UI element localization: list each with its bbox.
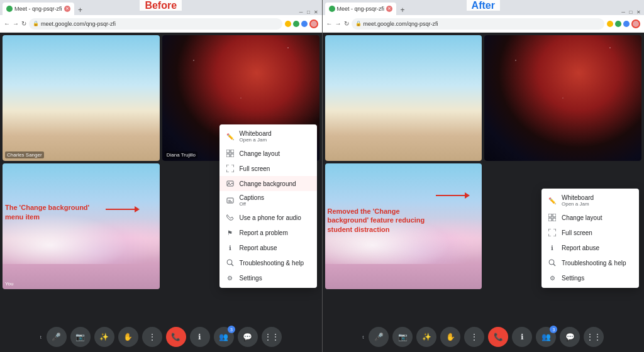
nav-bar-before: ← → ↻ 🔒 meet.google.com/qng-psqr-zfi xyxy=(0,15,322,33)
context-menu-before[interactable]: ✏️ Whiteboard Open a Jam Change layout xyxy=(219,124,317,288)
cam-btn-after[interactable]: 📷 xyxy=(392,327,413,347)
reportproblem-icon-before: ⚑ xyxy=(226,228,235,237)
menu-item-troubleshoot-after[interactable]: Troubleshooting & help xyxy=(541,255,639,270)
back-btn-after[interactable]: ← xyxy=(326,20,333,27)
win-controls-after: ─ □ ✕ xyxy=(620,9,641,15)
end-call-btn-before[interactable]: 📞 xyxy=(166,327,186,347)
cam-btn-before[interactable]: 📷 xyxy=(70,327,91,347)
mic-btn-before[interactable]: 🎤 xyxy=(47,327,67,347)
tab-favicon-before xyxy=(6,6,13,12)
svg-point-9 xyxy=(227,260,232,265)
raise-hand-btn-before[interactable]: ✋ xyxy=(118,327,138,347)
tab-add-before[interactable]: + xyxy=(75,5,86,15)
people-btn-after[interactable]: 👥 3 xyxy=(536,327,556,347)
time-before: t xyxy=(40,334,42,340)
people-btn-before[interactable]: 👥 3 xyxy=(214,327,234,347)
tab-title-after: Meet - qng-psqr-zfi xyxy=(337,6,385,12)
menu-item-captions-text-before: Captions Off xyxy=(240,194,311,207)
activities-btn-before[interactable]: ⋮ xyxy=(142,327,162,347)
svg-line-16 xyxy=(553,264,555,266)
back-btn-before[interactable]: ← xyxy=(4,20,10,27)
menu-item-whiteboard-after[interactable]: ✏️ Whiteboard Open a Jam xyxy=(541,191,639,210)
info-btn-after[interactable]: ℹ xyxy=(512,327,532,347)
menu-item-captions-before[interactable]: Captions Off xyxy=(219,191,317,210)
menu-item-reportabuse-after[interactable]: ℹ Report abuse xyxy=(541,240,639,255)
menu-item-changebg-text-before: Change background xyxy=(240,180,311,187)
chat-btn-after[interactable]: 💬 xyxy=(560,327,580,347)
minimize-after[interactable]: ─ xyxy=(620,9,626,15)
info-btn-before[interactable]: ℹ xyxy=(190,327,210,347)
effects-btn-after[interactable]: ✨ xyxy=(416,327,436,347)
menu-item-fullscreen-before[interactable]: Full screen xyxy=(219,161,317,176)
svg-rect-2 xyxy=(226,154,230,157)
svg-rect-14 xyxy=(553,218,556,221)
effects-btn-before[interactable]: ✨ xyxy=(94,327,114,347)
tab-add-after[interactable]: + xyxy=(397,5,408,15)
svg-line-10 xyxy=(231,264,233,266)
menu-item-whiteboard-before[interactable]: ✏️ Whiteboard Open a Jam xyxy=(219,127,317,146)
url-after: meet.google.com/qng-psqr-zfi xyxy=(364,21,438,27)
svg-rect-12 xyxy=(553,214,556,217)
tab-close-before[interactable]: ✕ xyxy=(64,6,70,12)
apps-btn-after[interactable]: ⋮⋮ xyxy=(584,327,604,347)
refresh-btn-before[interactable]: ↻ xyxy=(21,20,26,27)
menu-item-troubleshoot-before[interactable]: Troubleshooting & help xyxy=(219,255,317,270)
meet-content-before: Charles Sanger Diana Trujillo You xyxy=(0,33,322,322)
nav-icon2-after xyxy=(615,21,621,27)
arrowhead-after xyxy=(465,192,470,199)
menu-item-layout-after[interactable]: Change layout xyxy=(541,210,639,225)
menu-item-troubleshoot-text-before: Troubleshooting & help xyxy=(240,260,311,267)
video-tile-diana-after xyxy=(484,35,641,161)
address-bar-before[interactable]: 🔒 meet.google.com/qng-psqr-zfi xyxy=(29,18,282,30)
tab-favicon-after xyxy=(329,6,335,12)
video-tile-charles-after xyxy=(325,35,482,161)
menu-item-fullscreen-text-before: Full screen xyxy=(240,165,311,172)
maximize-before[interactable]: □ xyxy=(306,9,312,15)
troubleshoot-icon-before xyxy=(226,258,235,267)
close-after[interactable]: ✕ xyxy=(635,9,641,15)
menu-item-layout-text-before: Change layout xyxy=(240,150,311,157)
raise-hand-btn-after[interactable]: ✋ xyxy=(440,327,460,347)
chat-btn-before[interactable]: 💬 xyxy=(238,327,258,347)
nav-icon3-before xyxy=(301,21,308,27)
menu-item-changebg-before[interactable]: Change background xyxy=(219,176,317,191)
svg-rect-11 xyxy=(548,214,552,217)
whiteboard-icon-after: ✏️ xyxy=(548,196,557,205)
forward-btn-before[interactable]: → xyxy=(13,20,19,27)
arrow-after xyxy=(436,195,467,196)
address-bar-after[interactable]: 🔒 meet.google.com/qng-psqr-zfi xyxy=(352,18,605,30)
apps-btn-before[interactable]: ⋮⋮ xyxy=(262,327,282,347)
toolbar-after: t 🎤 📷 ✨ ✋ ⋮ 📞 ℹ 👥 3 💬 ⋮⋮ xyxy=(323,322,645,352)
avatar-after xyxy=(631,19,640,28)
minimize-before[interactable]: ─ xyxy=(298,9,304,15)
maximize-after[interactable]: □ xyxy=(628,9,634,15)
menu-item-settings-after[interactable]: ⚙ Settings xyxy=(541,270,639,285)
meet-content-after: ✏️ Whiteboard Open a Jam Change layout xyxy=(323,33,645,322)
close-before[interactable]: ✕ xyxy=(313,9,319,15)
tab-bar-after: Meet - qng-psqr-zfi ✕ + ─ □ ✕ xyxy=(323,0,645,15)
activities-btn-after[interactable]: ⋮ xyxy=(464,327,484,347)
context-menu-after[interactable]: ✏️ Whiteboard Open a Jam Change layout xyxy=(541,189,639,288)
menu-item-fullscreen-after[interactable]: Full screen xyxy=(541,225,639,240)
menu-item-settings-before[interactable]: ⚙ Settings xyxy=(219,270,317,285)
menu-item-reportabuse-before[interactable]: ℹ Report abuse xyxy=(219,240,317,255)
svg-rect-1 xyxy=(231,150,234,153)
mic-btn-after[interactable]: 🎤 xyxy=(369,327,389,347)
menu-item-settings-text-after: Settings xyxy=(562,275,633,282)
tab-bar-before: Meet - qng-psqr-zfi ✕ + ─ □ ✕ xyxy=(0,0,322,15)
tab-close-after[interactable]: ✕ xyxy=(386,6,392,12)
menu-item-layout-before[interactable]: Change layout xyxy=(219,146,317,161)
menu-item-whiteboard-text-after: Whiteboard Open a Jam xyxy=(562,194,633,207)
refresh-btn-after[interactable]: ↻ xyxy=(344,20,349,27)
forward-btn-after[interactable]: → xyxy=(335,20,341,27)
url-before: meet.google.com/qng-psqr-zfi xyxy=(41,21,116,27)
menu-item-phone-text-before: Use a phone for audio xyxy=(240,214,311,221)
nav-bar-after: ← → ↻ 🔒 meet.google.com/qng-psqr-zfi xyxy=(323,15,645,33)
menu-item-reportproblem-before[interactable]: ⚑ Report a problem xyxy=(219,225,317,240)
settings-icon-before: ⚙ xyxy=(226,273,235,282)
settings-icon-after: ⚙ xyxy=(548,273,557,282)
menu-item-phone-before[interactable]: Use a phone for audio xyxy=(219,210,317,225)
nav-icon1-before xyxy=(285,21,291,27)
end-call-btn-after[interactable]: 📞 xyxy=(488,327,508,347)
menu-item-fullscreen-text-after: Full screen xyxy=(562,229,633,236)
